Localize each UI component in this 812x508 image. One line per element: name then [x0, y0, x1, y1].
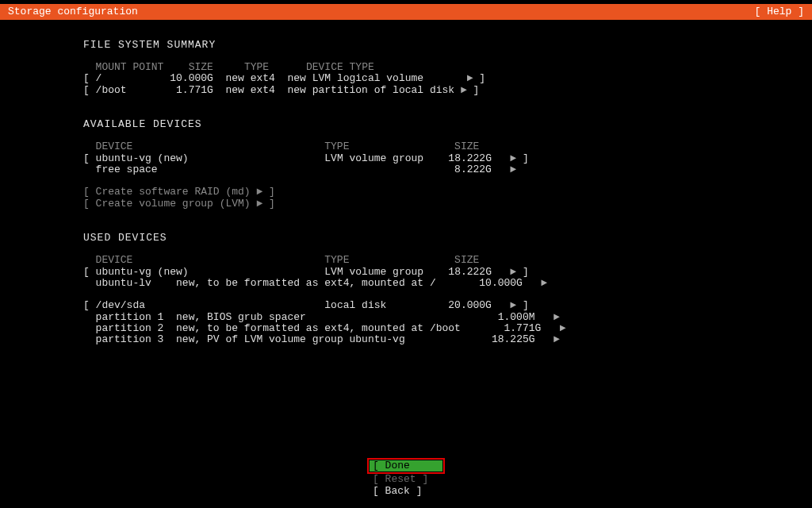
- used-child-desc: new, to be formatted as ext4, mounted at…: [176, 277, 436, 289]
- col-device-type: DEVICE TYPE: [306, 61, 374, 73]
- col-type: TYPE: [324, 254, 349, 266]
- used-heading: USED DEVICES: [83, 232, 167, 244]
- col-mount: MOUNT POINT: [96, 61, 164, 73]
- avail-device[interactable]: free space: [96, 164, 158, 175]
- chevron-right-icon[interactable]: ►: [560, 322, 566, 334]
- used-child-name[interactable]: partition 3: [96, 333, 164, 345]
- col-device: DEVICE: [96, 254, 133, 266]
- used-group-size: 20.000G: [448, 299, 492, 311]
- footer-actions: [ Done [ Reset ] [ Back ]: [0, 458, 812, 497]
- used-child-desc: new, PV of LVM volume group ubuntu-vg: [176, 333, 405, 345]
- help-button[interactable]: [ Help ]: [755, 6, 804, 17]
- fs-row-mount[interactable]: /boot: [96, 84, 127, 96]
- used-child-name[interactable]: partition 2: [96, 322, 164, 334]
- fs-summary-heading: FILE SYSTEM SUMMARY: [83, 39, 216, 51]
- page-title: Storage configuration: [8, 6, 138, 17]
- fs-row-dtype: new LVM logical volume: [288, 72, 424, 84]
- avail-size: 8.222G: [454, 164, 492, 175]
- title-bar: Storage configuration [ Help ]: [0, 4, 812, 20]
- avail-size: 18.222G: [448, 152, 492, 164]
- used-child-desc: new, BIOS grub spacer: [176, 311, 306, 323]
- fs-row-dtype: new partition of local disk: [288, 84, 455, 96]
- create-raid-action[interactable]: Create software RAID (md) ►: [96, 186, 263, 198]
- used-child-name[interactable]: ubuntu-lv: [96, 277, 151, 289]
- chevron-right-icon[interactable]: ►: [467, 72, 473, 84]
- used-child-size: 18.225G: [492, 333, 535, 345]
- main-panel: FILE SYSTEM SUMMARY MOUNT POINT SIZE TYP…: [0, 28, 812, 345]
- chevron-right-icon[interactable]: ►: [510, 266, 516, 278]
- col-size: SIZE: [454, 140, 479, 152]
- used-child-desc: new, to be formatted as ext4, mounted at…: [176, 322, 461, 334]
- col-type: TYPE: [324, 140, 349, 152]
- used-child-size: 1.000M: [498, 311, 535, 323]
- col-size: SIZE: [189, 61, 213, 73]
- avail-heading: AVAILABLE DEVICES: [83, 118, 202, 130]
- fs-row-type: new ext4: [225, 72, 274, 84]
- avail-device[interactable]: ubuntu-vg (new): [96, 152, 189, 164]
- create-lvm-action[interactable]: Create volume group (LVM) ►: [96, 198, 263, 210]
- used-group-type: local disk: [324, 299, 386, 311]
- back-button[interactable]: [ Back ]: [370, 486, 442, 497]
- used-group-device[interactable]: ubuntu-vg (new): [96, 266, 189, 278]
- chevron-right-icon[interactable]: ►: [553, 333, 560, 345]
- used-child-size: 10.000G: [479, 277, 523, 289]
- used-group-device[interactable]: /dev/sda: [96, 299, 145, 311]
- col-device: DEVICE: [96, 140, 133, 152]
- chevron-right-icon[interactable]: ►: [510, 152, 516, 164]
- col-type: TYPE: [244, 61, 269, 73]
- col-size: SIZE: [454, 254, 479, 266]
- chevron-right-icon[interactable]: ►: [461, 84, 467, 96]
- used-group-type: LVM volume group: [324, 266, 423, 278]
- chevron-right-icon[interactable]: ►: [553, 311, 560, 323]
- done-button[interactable]: [ Done: [370, 460, 442, 471]
- reset-button[interactable]: [ Reset ]: [370, 474, 442, 485]
- avail-type: LVM volume group: [324, 152, 423, 164]
- used-child-size: 1.771G: [504, 322, 542, 334]
- chevron-right-icon[interactable]: ►: [510, 299, 516, 311]
- used-group-size: 18.222G: [448, 266, 492, 278]
- fs-row-size: 1.771G: [176, 84, 213, 96]
- fs-row-mount[interactable]: /: [96, 72, 102, 84]
- done-highlight-box: [ Done: [367, 458, 445, 474]
- chevron-right-icon[interactable]: ►: [541, 277, 547, 289]
- chevron-right-icon[interactable]: ►: [510, 164, 516, 175]
- fs-row-size: 10.000G: [170, 72, 213, 84]
- used-child-name[interactable]: partition 1: [96, 311, 164, 323]
- fs-row-type: new ext4: [225, 84, 274, 96]
